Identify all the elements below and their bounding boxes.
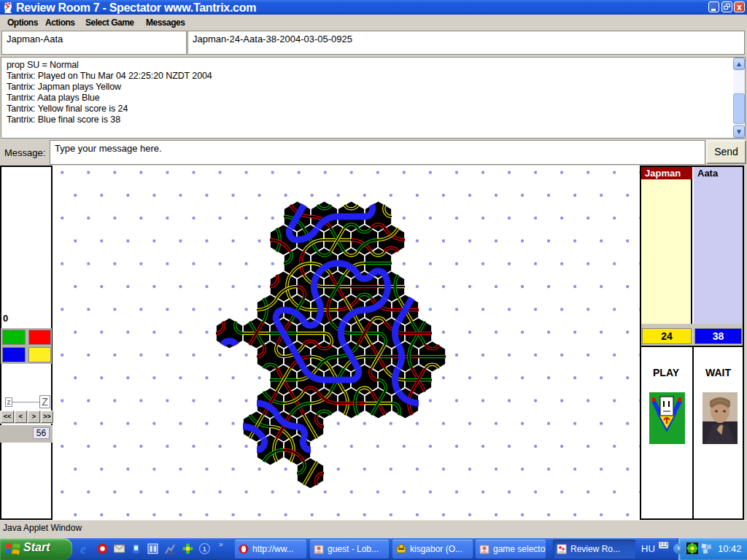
svg-text:1: 1 — [203, 545, 206, 553]
svg-text:e: e — [80, 543, 86, 554]
